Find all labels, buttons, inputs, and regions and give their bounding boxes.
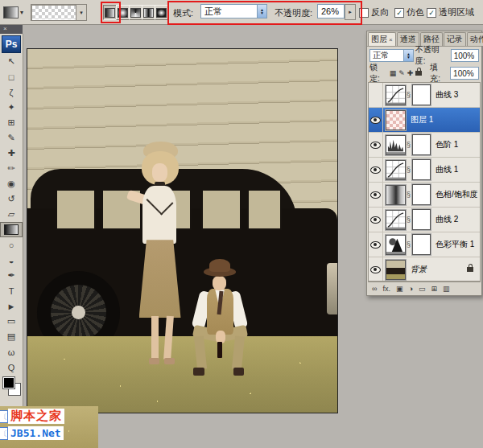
spinner-icon[interactable]: ▲▼ (257, 5, 266, 18)
visibility-toggle[interactable] (369, 108, 383, 132)
foreground-color-swatch[interactable] (3, 377, 14, 388)
gradient-picker-arrow-icon[interactable]: ▾ (76, 5, 86, 20)
layer-row[interactable]: §色相/饱和度 1 (369, 183, 480, 208)
layer-thumbnail-color-balance[interactable] (386, 235, 406, 255)
close-icon[interactable]: × (389, 36, 393, 43)
diamond-gradient-button[interactable] (155, 5, 168, 20)
add-layer-mask-icon[interactable]: ▣ (396, 283, 403, 294)
layer-mask-thumbnail[interactable] (412, 134, 431, 155)
link-mask-icon: § (407, 91, 411, 99)
visibility-toggle[interactable] (369, 158, 383, 182)
hand-tool[interactable]: ω (0, 344, 23, 360)
dither-checkbox[interactable]: ✓仿色 (394, 6, 424, 18)
type-tool[interactable]: T (0, 283, 23, 298)
blend-mode-select[interactable]: 正常 ▲▼ (200, 4, 267, 18)
angle-gradient-button[interactable] (129, 5, 142, 20)
quick-selection-tool[interactable]: ✦ (0, 100, 23, 115)
eyedropper-tool[interactable]: ✎ (0, 130, 23, 146)
layer-name: 曲线 3 (436, 89, 458, 101)
layer-row[interactable]: 背景 (369, 257, 480, 282)
layer-row[interactable]: §曲线 1 (369, 158, 480, 183)
fill-input[interactable]: 100% (450, 67, 479, 80)
layer-mask-thumbnail[interactable] (412, 159, 431, 180)
close-icon[interactable]: × (3, 25, 7, 32)
transparency-checkbox[interactable]: ✓透明区域 (427, 6, 474, 18)
history-brush-tool[interactable]: ↺ (0, 191, 23, 207)
opacity-slider-arrow-icon[interactable]: ▸ (345, 4, 356, 20)
layer-mask-thumbnail[interactable] (412, 209, 431, 230)
transparency-checkbox-box[interactable]: ✓ (427, 8, 436, 18)
layer-mask-thumbnail[interactable] (412, 234, 431, 255)
visibility-toggle[interactable] (369, 83, 383, 107)
lock-transparent-icon[interactable]: ▦ (390, 69, 397, 77)
layer-thumbnail-curves[interactable] (386, 85, 406, 105)
gradient-tool-preset[interactable]: ▾ (3, 5, 27, 19)
pen-tool[interactable]: ✒ (0, 268, 23, 283)
adjustment-layer-icon[interactable]: ◑ (408, 283, 412, 294)
layer-opacity-input[interactable]: 100% (451, 49, 479, 62)
watermark-badge-icon: 〔 (0, 410, 8, 423)
reflected-gradient-icon (143, 8, 154, 18)
visibility-toggle[interactable] (369, 133, 383, 157)
layer-thumbnail-levels[interactable] (386, 135, 406, 155)
healing-brush-tool[interactable]: ✚ (0, 146, 23, 161)
crop-tool[interactable]: ⊞ (0, 115, 23, 130)
layer-thumbnail-curves[interactable] (386, 160, 406, 180)
delete-layer-icon[interactable]: ▥ (443, 283, 450, 294)
eraser-tool[interactable]: ▱ (0, 207, 23, 222)
path-selection-tool[interactable]: ► (0, 298, 23, 314)
visibility-toggle[interactable] (369, 232, 383, 257)
link-mask-icon: § (407, 166, 411, 174)
layer-row[interactable]: §曲线 2 (369, 208, 480, 232)
layer-name: 色相/饱和度 1 (436, 189, 481, 200)
new-layer-icon[interactable]: ⊞ (431, 283, 437, 294)
layer-style-icon[interactable]: fx. (382, 283, 390, 294)
layer-thumbnail-hue-sat[interactable] (386, 185, 406, 205)
blur-tool[interactable]: ○ (0, 237, 23, 253)
tab-layers[interactable]: 图层× (368, 32, 396, 46)
layer-blend-mode-select[interactable]: 正常 ▲▼ (369, 49, 414, 62)
visibility-toggle[interactable] (369, 208, 383, 232)
layer-row[interactable]: §曲线 3 (369, 83, 480, 108)
layer-mask-thumbnail[interactable] (412, 184, 431, 205)
dodge-tool[interactable]: ◒ (0, 253, 23, 268)
reflected-gradient-button[interactable] (142, 5, 155, 20)
visibility-toggle[interactable] (369, 183, 383, 207)
reverse-checkbox[interactable]: 反向 (359, 6, 389, 18)
layer-thumbnail-curves[interactable] (386, 210, 406, 230)
layer-thumbnail-pixel-transparent[interactable] (386, 110, 406, 130)
layer-row[interactable]: §色彩平衡 1 (369, 232, 480, 257)
transparency-checkbox-label: 透明区域 (439, 6, 474, 18)
reverse-checkbox-box[interactable] (359, 8, 369, 18)
link-mask-icon: § (407, 141, 411, 149)
visibility-toggle[interactable] (369, 257, 383, 282)
spinner-icon[interactable]: ▲▼ (403, 50, 413, 61)
angle-gradient-icon (130, 8, 141, 18)
layer-thumbnail-photo[interactable] (386, 260, 406, 280)
linear-gradient-button[interactable] (103, 5, 117, 20)
lock-all-icon[interactable] (415, 71, 422, 76)
marquee-tool[interactable]: □ (0, 69, 23, 84)
shape-tool[interactable]: ▭ (0, 314, 23, 329)
gradient-picker[interactable]: ▾ (31, 4, 87, 21)
tab-actions[interactable]: 动作 (467, 32, 483, 46)
eye-icon (370, 241, 381, 249)
brush-tool[interactable]: ✏ (0, 161, 23, 176)
lasso-tool[interactable]: ζ (0, 84, 23, 100)
zoom-tool[interactable]: Q (0, 360, 23, 375)
dither-checkbox-box[interactable]: ✓ (394, 8, 404, 18)
layer-mask-thumbnail[interactable] (412, 84, 431, 105)
lock-pixels-icon[interactable]: ✎ (398, 69, 405, 77)
layer-row[interactable]: 图层 1 (369, 108, 480, 133)
gradient-tool[interactable] (0, 222, 23, 237)
canvas-document[interactable] (27, 48, 338, 413)
notes-tool[interactable]: ▤ (0, 329, 23, 344)
opacity-input[interactable]: 26% (317, 4, 345, 18)
clone-stamp-tool[interactable]: ◉ (0, 176, 23, 191)
link-layers-icon[interactable]: ∞ (372, 283, 377, 294)
move-tool[interactable]: ↖ (0, 54, 23, 69)
layer-row[interactable]: §色阶 1 (369, 133, 480, 158)
radial-gradient-button[interactable] (116, 5, 130, 20)
lock-position-icon[interactable]: ✚ (407, 69, 414, 77)
new-group-icon[interactable]: ▭ (419, 283, 426, 294)
